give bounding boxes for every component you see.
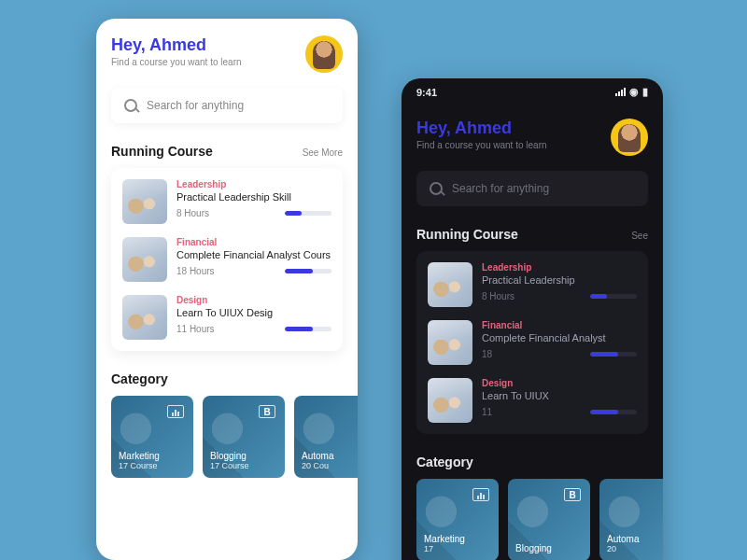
- header: Hey, Ahmed Find a course you want to lea…: [416, 119, 648, 156]
- running-course-header: Running Course See More: [111, 144, 343, 159]
- progress-bar: [285, 327, 331, 331]
- course-title: Complete Financial Analyst: [482, 332, 637, 343]
- course-title: Learn To UIUX: [482, 390, 637, 401]
- progress-fill: [285, 211, 302, 216]
- section-title: Running Course: [111, 144, 213, 159]
- category-card[interactable]: Marketing 17: [416, 479, 499, 560]
- progress-fill: [285, 327, 313, 331]
- category-text: Blogging 17 Course: [210, 451, 249, 470]
- category-name: Marketing: [424, 534, 465, 544]
- category-name: Automa: [607, 534, 639, 544]
- greeting: Hey, Ahmed: [416, 119, 547, 138]
- category-card[interactable]: B Blogging: [508, 479, 590, 560]
- signal-icon: [615, 88, 626, 96]
- progress-bar: [285, 269, 331, 273]
- b-icon: B: [259, 405, 275, 418]
- section-title: Running Course: [416, 227, 518, 242]
- progress-fill: [285, 269, 313, 273]
- see-more-link[interactable]: See More: [303, 147, 343, 158]
- category-text: Marketing 17 Course: [119, 451, 160, 470]
- course-hours: 11: [482, 407, 492, 417]
- category-text: Automa 20 Cou: [302, 451, 333, 470]
- phone-dark: 9:41 ◉ ▮ Hey, Ahmed Find a course you wa…: [402, 78, 663, 560]
- course-thumbnail: [122, 237, 167, 282]
- course-info: Financial Complete Financial Analyst 18: [482, 320, 637, 359]
- course-meta: 11 Hours: [176, 324, 331, 334]
- course-thumbnail: [122, 295, 167, 340]
- category-text: Automa 20: [607, 534, 639, 553]
- course-tag: Leadership: [176, 179, 331, 189]
- course-item[interactable]: Design Learn To UIUX Desig 11 Hours: [122, 295, 331, 340]
- category-count: 20: [607, 544, 639, 553]
- category-card[interactable]: Marketing 17 Course: [111, 396, 193, 478]
- category-card[interactable]: B Blogging 17 Course: [203, 396, 285, 478]
- status-icons: ◉ ▮: [615, 86, 648, 98]
- progress-bar: [590, 352, 637, 357]
- category-row[interactable]: Marketing 17 B Blogging Automa 20: [416, 479, 648, 560]
- course-title: Learn To UIUX Desig: [176, 307, 331, 318]
- progress-fill: [590, 352, 618, 357]
- chart-icon: [167, 405, 184, 418]
- course-tag: Financial: [176, 237, 331, 247]
- course-tag: Leadership: [482, 262, 637, 273]
- greeting: Hey, Ahmed: [111, 35, 242, 55]
- running-course-card: Leadership Practical Leadership 8 Hours …: [416, 251, 648, 434]
- course-item[interactable]: Leadership Practical Leadership 8 Hours: [428, 262, 637, 307]
- course-info: Design Learn To UIUX Desig 11 Hours: [176, 295, 331, 334]
- progress-bar: [590, 410, 637, 414]
- subgreeting: Find a course you want to learn: [111, 57, 242, 67]
- course-tag: Design: [482, 378, 637, 388]
- course-thumbnail: [428, 320, 472, 365]
- category-card[interactable]: Automa 20 Cou: [294, 396, 358, 478]
- category-count: 20 Cou: [302, 461, 333, 470]
- category-text: Blogging: [515, 543, 552, 553]
- progress-bar: [590, 294, 637, 299]
- course-hours: 18: [482, 349, 492, 359]
- category-text: Marketing 17: [424, 534, 465, 553]
- header: Hey, Ahmed Find a course you want to lea…: [111, 35, 343, 73]
- course-item[interactable]: Financial Complete Financial Analyst 18: [428, 320, 637, 365]
- search-input[interactable]: Search for anything: [111, 88, 343, 123]
- course-info: Leadership Practical Leadership 8 Hours: [482, 262, 637, 301]
- running-course-header: Running Course See: [416, 227, 648, 242]
- category-row[interactable]: Marketing 17 Course B Blogging 17 Course…: [111, 396, 343, 478]
- course-title: Complete Financial Analyst Cours: [176, 249, 331, 260]
- course-title: Practical Leadership: [482, 274, 637, 286]
- avatar[interactable]: [305, 35, 343, 73]
- course-hours: 8 Hours: [482, 291, 514, 301]
- search-input[interactable]: Search for anything: [416, 171, 648, 206]
- course-meta: 18: [482, 349, 637, 359]
- search-placeholder: Search for anything: [147, 99, 244, 112]
- wifi-icon: ◉: [629, 86, 639, 98]
- category-count: 17: [424, 544, 465, 553]
- chart-icon: [472, 488, 489, 501]
- course-title: Practical Leadership Skill: [176, 191, 331, 203]
- see-more-link[interactable]: See: [631, 231, 648, 241]
- light-content: Hey, Ahmed Find a course you want to lea…: [96, 19, 358, 478]
- category-card[interactable]: Automa 20: [599, 479, 663, 560]
- dark-content: Hey, Ahmed Find a course you want to lea…: [402, 102, 663, 560]
- course-info: Leadership Practical Leadership Skill 8 …: [176, 179, 331, 218]
- course-meta: 8 Hours: [176, 208, 331, 218]
- course-item[interactable]: Leadership Practical Leadership Skill 8 …: [122, 179, 331, 224]
- course-tag: Design: [176, 295, 331, 305]
- category-header: Category: [111, 371, 343, 386]
- category-name: Marketing: [119, 451, 160, 461]
- course-hours: 18 Hours: [176, 266, 215, 276]
- avatar[interactable]: [611, 119, 648, 156]
- progress-fill: [590, 294, 607, 299]
- category-name: Automa: [302, 451, 333, 461]
- subgreeting: Find a course you want to learn: [416, 140, 547, 150]
- course-item[interactable]: Design Learn To UIUX 11: [428, 378, 637, 423]
- category-header: Category: [416, 455, 648, 469]
- course-hours: 11 Hours: [176, 324, 215, 334]
- status-time: 9:41: [416, 87, 437, 98]
- section-title: Category: [111, 371, 168, 386]
- running-course-card: Leadership Practical Leadership Skill 8 …: [111, 168, 343, 351]
- course-item[interactable]: Financial Complete Financial Analyst Cou…: [122, 237, 331, 282]
- progress-fill: [590, 410, 618, 414]
- course-meta: 11: [482, 407, 637, 417]
- search-placeholder: Search for anything: [452, 182, 549, 195]
- course-meta: 18 Hours: [176, 266, 331, 276]
- course-info: Design Learn To UIUX 11: [482, 378, 637, 417]
